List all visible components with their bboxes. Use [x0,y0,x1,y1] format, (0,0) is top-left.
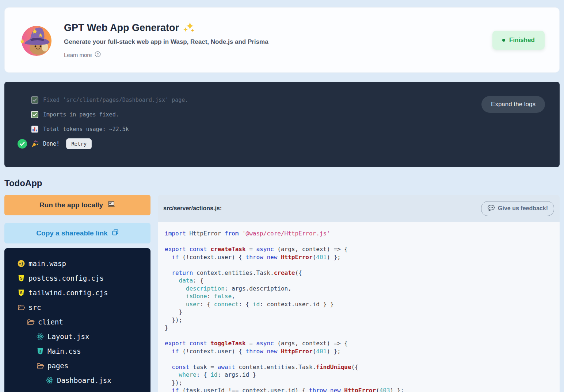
file-name: src [28,303,41,311]
header-card: GPT Web App Generator Generate your full… [4,7,560,73]
learn-more-label: Learn more [64,52,92,58]
svg-text:=}: =} [19,262,23,266]
log-line-text: Total tokens usage: ~22.5k [43,126,129,132]
file-tree-item-src[interactable]: src [4,300,150,315]
wasp-icon: =} [18,260,25,268]
copy-link-label: Copy a shareable link [36,229,107,237]
file-tree-item-layout-jsx[interactable]: Layout.jsx [4,329,150,344]
question-circle-icon: ? [95,51,101,58]
svg-text:S: S [20,291,23,295]
js-shield-icon: S [18,289,25,297]
file-tree-item-dashboard-jsx[interactable]: Dashboard.jsx [4,373,150,388]
file-tree-item-main-css[interactable]: 3Main.css [4,344,150,358]
js-shield-icon: S [18,274,25,282]
file-name: tailwind.config.cjs [28,289,108,297]
copy-shareable-link-button[interactable]: Copy a shareable link [4,223,150,243]
svg-text:3: 3 [39,349,41,353]
code-block: import HttpError from '@wasp/core/HttpEr… [165,230,552,392]
success-circle-check-icon [18,139,27,149]
bar-chart-icon [31,125,39,133]
page-title: GPT Web App Generator [64,22,268,35]
file-name: client [38,318,63,326]
run-app-locally-button[interactable]: Run the app locally [4,195,150,215]
wasp-mascot-logo [19,23,54,57]
svg-text:S: S [20,276,23,280]
expand-logs-button[interactable]: Expand the logs [481,96,545,113]
log-line: Total tokens usage: ~22.5k [18,122,545,137]
run-app-label: Run the app locally [39,201,103,209]
sparkles-icon [183,22,195,35]
file-tree-item-client[interactable]: client [4,315,150,329]
status-badge: Finished [492,31,545,50]
file-name: main.wasp [28,260,66,268]
learn-more-link[interactable]: Learn more ? [64,51,101,58]
code-area: import HttpError from '@wasp/core/HttpEr… [158,222,560,392]
main-columns: Run the app locally Copy a shareable lin… [4,195,560,392]
file-name: Dashboard.jsx [57,376,111,384]
file-name: Main.css [47,347,81,355]
log-line-done: Done! Retry [18,137,545,151]
file-tree-panel: =}main.waspSpostcss.config.cjsStailwind.… [4,248,150,392]
page-title-text: GPT Web App Generator [64,23,179,34]
copy-icon [112,229,119,238]
svg-text:?: ? [97,52,99,56]
give-feedback-label: Give us feedback! [498,205,548,212]
page-subtitle: Generate your full-stack web app in Wasp… [64,38,268,46]
laptop-icon [107,201,115,210]
react-icon [46,377,54,384]
folder-open-icon [27,318,35,326]
checkbox-icon [31,111,39,119]
log-line-text: Fixed 'src/client/pages/Dashboard.jsx' p… [43,97,188,103]
status-badge-label: Finished [509,36,535,44]
retry-button[interactable]: Retry [66,138,92,149]
file-tree-item-postcss-config-cjs[interactable]: Spostcss.config.cjs [4,271,150,285]
folder-open-icon [37,362,44,370]
file-tree-item-pages[interactable]: pages [4,358,150,373]
code-panel-header: src/server/actions.js: Give us feedback! [158,195,560,222]
log-line-text: Imports in pages fixed. [43,111,119,118]
log-line: Fixed 'src/client/pages/Dashboard.jsx' p… [18,93,545,107]
file-name: Layout.jsx [47,333,89,341]
code-file-path: src/server/actions.js: [163,205,222,212]
log-lines: Fixed 'src/client/pages/Dashboard.jsx' p… [18,93,545,137]
status-dot-icon [502,39,505,42]
css-shield-icon: 3 [37,347,44,355]
log-line: Imports in pages fixed. [18,107,545,122]
done-label: Done! [43,141,60,147]
folder-open-icon [18,304,25,311]
give-feedback-button[interactable]: Give us feedback! [481,201,554,216]
code-panel: src/server/actions.js: Give us feedback!… [158,195,560,392]
app-name-heading: TodoApp [4,178,564,188]
file-tree-item-main-wasp[interactable]: =}main.wasp [4,256,150,271]
speech-bubble-icon [487,204,495,213]
generation-log-panel: Fixed 'src/client/pages/Dashboard.jsx' p… [4,82,560,167]
file-tree-item-tailwind-config-cjs[interactable]: Stailwind.config.cjs [4,285,150,300]
party-popper-icon [31,140,39,148]
react-icon [37,333,44,341]
file-name: pages [47,362,68,370]
file-name: postcss.config.cjs [28,274,104,282]
left-column: Run the app locally Copy a shareable lin… [4,195,150,392]
checkbox-icon [31,96,39,104]
